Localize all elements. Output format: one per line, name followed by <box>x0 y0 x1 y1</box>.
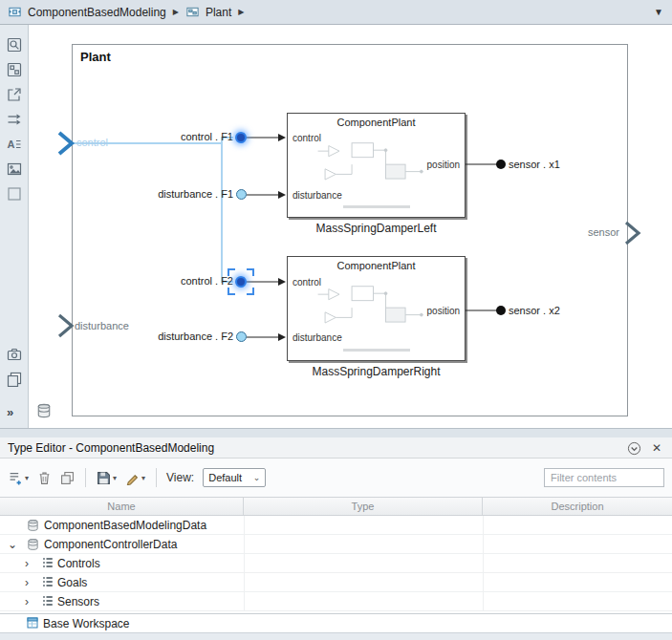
table-row[interactable]: › Goals <box>0 573 672 592</box>
grid-icon[interactable] <box>6 61 23 78</box>
expand-chevron-icon[interactable]: › <box>25 594 29 609</box>
layers-icon[interactable] <box>6 371 23 388</box>
port-dot-control-f1[interactable] <box>235 132 247 143</box>
block-thumbnail <box>313 137 446 196</box>
model-icon <box>8 5 22 19</box>
collapse-panel-button[interactable] <box>626 440 641 456</box>
input-port-label-control[interactable]: control <box>76 137 108 148</box>
column-header-name[interactable]: Name <box>0 498 244 515</box>
add-entry-button[interactable]: ▾ <box>6 466 32 489</box>
open-external-icon[interactable] <box>6 86 23 103</box>
row-name: Goals <box>57 576 87 589</box>
row-name: Base Workspace <box>43 617 130 630</box>
dropdown-caret-icon: ▾ <box>113 474 117 482</box>
data-dictionary-icon <box>27 519 39 532</box>
filter-input[interactable] <box>544 468 664 487</box>
block-massspringdamperright[interactable]: ComponentPlant control disturbance posit… <box>287 256 466 361</box>
view-label: View: <box>166 471 194 484</box>
type-table: ComponentBasedModelingData ⌄ ComponentCo… <box>0 516 672 611</box>
area-icon[interactable] <box>6 185 23 203</box>
collapse-chevron-icon[interactable]: ⌄ <box>8 537 17 552</box>
dropdown-caret-icon: ▾ <box>141 474 145 482</box>
save-button[interactable]: ▾ <box>94 466 119 489</box>
plant-subsystem-title: Plant <box>80 50 111 64</box>
block-title: ComponentPlant <box>288 117 465 128</box>
close-panel-button[interactable]: ✕ <box>649 440 664 456</box>
block-thumbnail-bar <box>343 205 410 208</box>
row-name: ComponentBasedModelingData <box>44 519 206 532</box>
signal-label-disturbance-f1[interactable]: disturbance . F1 <box>149 188 233 200</box>
copy-button[interactable] <box>57 466 77 489</box>
data-dictionary-icon <box>27 538 39 551</box>
port-dot-disturbance-f2[interactable] <box>236 331 247 342</box>
row-name: Sensors <box>57 595 99 608</box>
signal-label-sensor-x1[interactable]: sensor . x1 <box>509 159 560 170</box>
view-select[interactable]: Default ⌄ <box>203 468 266 487</box>
signal-label-control-f1[interactable]: control . F1 <box>149 131 233 142</box>
expand-rail-button[interactable]: » <box>7 405 13 419</box>
delete-button[interactable] <box>34 466 54 489</box>
block-massspringdamperleft[interactable]: ComponentPlant control disturbance posit… <box>287 113 466 218</box>
breadcrumb-item-subsystem[interactable]: Plant <box>206 6 231 19</box>
chevron-down-icon: ⌄ <box>253 473 261 482</box>
row-name: ComponentControllerData <box>44 538 177 551</box>
breadcrumb-item-model[interactable]: ComponentBasedModeling <box>28 6 166 19</box>
breadcrumb-arrow-icon: ▶ <box>173 8 179 16</box>
breadcrumb-overflow-caret[interactable]: ▼ <box>654 7 663 17</box>
bus-icon <box>42 557 54 568</box>
column-header-description[interactable]: Description <box>483 498 672 515</box>
toolbar-separator <box>85 468 86 487</box>
port-dot-sensor-x1[interactable] <box>496 160 506 169</box>
annotation-icon[interactable]: A <box>6 136 23 153</box>
model-canvas[interactable]: Plant con <box>29 25 672 428</box>
edit-button[interactable]: ▾ <box>122 466 148 489</box>
block-caption-right[interactable]: MassSpringDamperRight <box>287 365 466 378</box>
subsystem-icon <box>185 5 200 19</box>
table-row[interactable]: ⌄ ComponentControllerData <box>0 535 672 554</box>
bus-icon <box>42 576 54 587</box>
expand-chevron-icon[interactable]: › <box>25 575 29 590</box>
block-thumbnail <box>313 280 446 339</box>
zoom-icon[interactable] <box>6 36 23 53</box>
status-strip <box>0 632 672 640</box>
signal-label-disturbance-f2[interactable]: disturbance . F2 <box>149 331 233 342</box>
bus-icon <box>42 595 54 607</box>
breadcrumb: ComponentBasedModeling ▶ Plant ▶ ▼ <box>0 0 672 25</box>
expand-chevron-icon[interactable]: › <box>25 556 29 571</box>
row-name: Controls <box>57 557 100 570</box>
table-row[interactable]: › Sensors <box>0 592 672 611</box>
table-row[interactable]: › Controls <box>0 554 672 573</box>
toolbar-separator <box>156 468 157 487</box>
input-port-chevron-control <box>59 133 72 154</box>
type-editor-toolbar: ▾ ▾ ▾ View: Default ⌄ <box>0 459 672 497</box>
tool-palette: A » <box>0 25 29 428</box>
signal-label-sensor-x2[interactable]: sensor . x2 <box>509 305 560 316</box>
port-dot-disturbance-f1[interactable] <box>236 189 247 200</box>
view-select-value: Default <box>208 472 242 483</box>
svg-text:A: A <box>8 139 15 150</box>
block-thumbnail-bar <box>343 349 410 352</box>
signal-label-control-f2[interactable]: control . F2 <box>149 275 233 287</box>
breadcrumb-arrow-icon: ▶ <box>238 8 244 16</box>
input-port-chevron-disturbance <box>59 315 72 336</box>
simulink-window: ComponentBasedModeling ▶ Plant ▶ ▼ A <box>0 0 672 640</box>
input-port-label-disturbance[interactable]: disturbance <box>75 320 129 331</box>
type-editor-header: Type Editor - ComponentBasedModeling ✕ <box>0 437 672 459</box>
panel-title: Type Editor - ComponentBasedModeling <box>8 441 214 455</box>
base-workspace-row[interactable]: Base Workspace <box>0 613 672 632</box>
port-dot-sensor-x2[interactable] <box>496 306 506 315</box>
workspace-icon <box>27 617 38 629</box>
dropdown-caret-icon: ▾ <box>25 474 29 482</box>
block-caption-left[interactable]: MassSpringDamperLeft <box>287 222 466 235</box>
image-icon[interactable] <box>6 160 23 178</box>
column-header-type[interactable]: Type <box>244 498 483 515</box>
data-dictionary-badge-icon[interactable] <box>36 403 52 418</box>
block-title: ComponentPlant <box>288 260 465 271</box>
signal-routing-icon[interactable] <box>6 111 23 128</box>
output-port-label-sensor[interactable]: sensor <box>564 226 619 238</box>
close-icon: ✕ <box>652 441 661 455</box>
viewmark-icon[interactable] <box>6 346 23 363</box>
table-row[interactable]: ComponentBasedModelingData <box>0 516 672 535</box>
table-header: Name Type Description <box>0 497 672 516</box>
panel-divider[interactable] <box>0 428 672 437</box>
